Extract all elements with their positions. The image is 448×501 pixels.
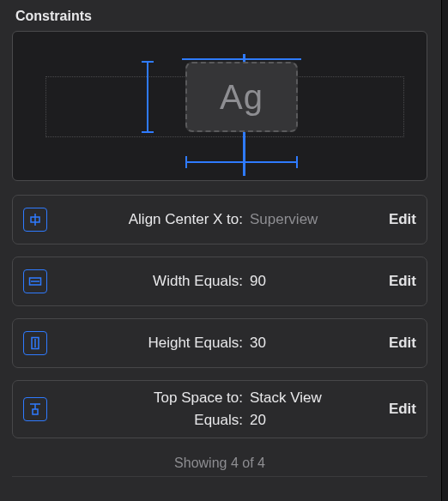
width-icon xyxy=(23,269,47,293)
constraint-key: Height Equals: xyxy=(61,335,250,352)
constraint-value: Stack View xyxy=(250,389,322,407)
top-space-icon xyxy=(23,397,47,421)
edit-button[interactable]: Edit xyxy=(389,401,416,418)
constraint-labels: Align Center X to: Superview xyxy=(61,211,380,228)
top-edge-guide xyxy=(182,58,301,60)
constraint-key: Equals: xyxy=(61,412,250,429)
constraints-panel: Constraints Ag Align Center X to: Superv… xyxy=(0,0,439,477)
constraint-row-width[interactable]: Width Equals: 90 Edit xyxy=(12,257,427,306)
width-measure-guide xyxy=(185,161,298,163)
constraint-labels: Width Equals: 90 xyxy=(61,273,380,290)
section-title: Constraints xyxy=(12,9,427,24)
constraint-line: Height Equals: 30 xyxy=(61,335,380,352)
constraint-labels: Top Space to: Stack View Equals: 20 xyxy=(61,389,380,429)
height-measure-guide xyxy=(147,61,148,133)
edit-button[interactable]: Edit xyxy=(389,273,416,290)
constraint-line: Equals: 20 xyxy=(61,412,380,429)
svg-rect-8 xyxy=(33,409,38,414)
panel-right-edge xyxy=(441,0,448,501)
element-glyph: Ag xyxy=(220,78,263,117)
constraint-line: Align Center X to: Superview xyxy=(61,211,380,228)
constraint-key: Top Space to: xyxy=(61,389,250,407)
edit-button[interactable]: Edit xyxy=(389,335,416,352)
diagram-canvas: Ag xyxy=(13,32,427,180)
divider xyxy=(12,476,427,477)
constraint-value: 20 xyxy=(250,412,266,429)
constraint-row-top-space[interactable]: Top Space to: Stack View Equals: 20 Edit xyxy=(12,380,427,438)
selected-element-box[interactable]: Ag xyxy=(185,62,298,132)
constraints-diagram[interactable]: Ag xyxy=(12,31,427,181)
height-icon xyxy=(23,331,47,355)
constraint-value: Superview xyxy=(250,211,318,228)
constraint-line: Width Equals: 90 xyxy=(61,273,380,290)
constraint-key: Width Equals: xyxy=(61,273,250,290)
constraint-key: Align Center X to: xyxy=(61,211,250,228)
constraints-footer: Showing 4 of 4 xyxy=(12,450,427,473)
constraint-labels: Height Equals: 30 xyxy=(61,335,380,352)
edit-button[interactable]: Edit xyxy=(389,211,416,228)
constraint-value: 90 xyxy=(250,273,266,290)
constraint-row-height[interactable]: Height Equals: 30 Edit xyxy=(12,318,427,368)
constraint-line: Top Space to: Stack View xyxy=(61,389,380,407)
constraint-row-center-x[interactable]: Align Center X to: Superview Edit xyxy=(12,195,427,244)
constraint-value: 30 xyxy=(250,335,266,352)
align-center-x-icon xyxy=(23,208,47,232)
